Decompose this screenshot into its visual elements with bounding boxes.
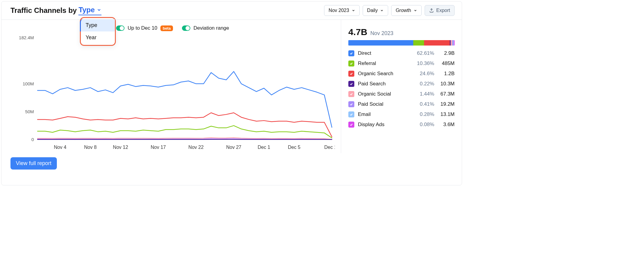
summary-column: 4.7B Nov 2023 Direct 62.61% 2.9B Referra… [341, 20, 455, 153]
legend-checkbox-icon [348, 91, 354, 97]
type-dropdown-menu: Type Year [80, 17, 116, 46]
panel-footer: View full report [1, 153, 462, 176]
svg-text:Nov 17: Nov 17 [151, 144, 166, 150]
total-line: 4.7B Nov 2023 [348, 27, 455, 37]
header-controls: Nov 2023 Daily Growth Export [324, 5, 455, 16]
total-period: Nov 2023 [370, 30, 393, 37]
dropdown-option-type[interactable]: Type [80, 19, 115, 31]
legend-item[interactable]: Paid Search 0.22% 10.3M [348, 81, 455, 87]
date-select[interactable]: Nov 2023 [324, 5, 360, 16]
granularity-select[interactable]: Daily [363, 5, 388, 16]
svg-text:100M: 100M [23, 81, 34, 86]
traffic-channels-panel: Traffic Channels by Type Nov 2023 Daily … [1, 1, 462, 185]
legend-percent: 0.08% [413, 122, 434, 128]
legend-percent: 24.6% [413, 71, 434, 77]
legend-item[interactable]: Email 0.28% 13.1M [348, 111, 455, 117]
legend-percent: 0.22% [413, 81, 434, 87]
legend-checkbox-icon [348, 101, 354, 107]
legend-value: 2.9B [437, 50, 455, 56]
chevron-down-icon [380, 9, 384, 12]
legend-item[interactable]: Referral 10.36% 485M [348, 61, 455, 66]
legend-name: Email [358, 111, 413, 117]
legend-name: Paid Social [358, 101, 413, 107]
legend-item[interactable]: Direct 62.61% 2.9B [348, 50, 455, 56]
deviation-range-toggle[interactable]: Deviation range [182, 25, 229, 31]
legend-checkbox-icon [348, 81, 354, 87]
svg-text:Nov 8: Nov 8 [84, 144, 97, 150]
stackbar-segment [424, 40, 449, 46]
svg-text:Nov 12: Nov 12 [113, 144, 128, 150]
legend-item[interactable]: Paid Social 0.41% 19.2M [348, 101, 455, 107]
legend-name: Direct [358, 50, 413, 56]
legend-percent: 1.44% [413, 91, 434, 97]
legend-checkbox-icon [348, 111, 354, 117]
legend-percent: 62.61% [413, 50, 434, 56]
legend-checkbox-icon [348, 71, 354, 77]
legend-item[interactable]: Organic Search 24.6% 1.2B [348, 71, 455, 77]
chevron-down-icon [352, 9, 355, 12]
legend-checkbox-icon [348, 122, 354, 128]
legend-name: Display Ads [358, 122, 413, 128]
panel-title: Traffic Channels by Type [10, 6, 101, 15]
stackbar-segment [454, 40, 455, 46]
chart-column: Up to Dec 10 beta Deviation range 050M10… [10, 20, 335, 153]
legend-value: 19.2M [437, 101, 455, 107]
legend-percent: 0.41% [413, 101, 434, 107]
legend-value: 485M [437, 61, 455, 66]
dropdown-option-year[interactable]: Year [81, 31, 115, 44]
panel-body: Up to Dec 10 beta Deviation range 050M10… [1, 20, 462, 153]
svg-text:Dec 1: Dec 1 [258, 144, 270, 150]
svg-text:Nov 22: Nov 22 [189, 144, 204, 150]
title-type-dropdown[interactable]: Type [78, 6, 101, 15]
svg-text:50M: 50M [25, 109, 34, 114]
legend-value: 1.2B [437, 71, 455, 77]
legend-name: Referral [358, 61, 413, 66]
export-button[interactable]: Export [425, 5, 455, 16]
toggle-switch-icon [116, 25, 124, 31]
metric-select[interactable]: Growth [391, 5, 422, 16]
line-chart: 050M100M182.4MNov 4Nov 8Nov 12Nov 17Nov … [10, 35, 335, 153]
svg-text:Nov 4: Nov 4 [54, 144, 66, 150]
chart-toggles: Up to Dec 10 beta Deviation range [10, 25, 335, 31]
stackbar-segment [413, 40, 424, 46]
legend-value: 3.6M [437, 122, 455, 128]
title-link-text: Type [78, 6, 95, 14]
stackbar-segment [348, 40, 413, 46]
legend-checkbox-icon [348, 50, 354, 56]
legend-item[interactable]: Organic Social 1.44% 67.3M [348, 91, 455, 97]
legend-checkbox-icon [348, 61, 354, 66]
panel-header: Traffic Channels by Type Nov 2023 Daily … [1, 1, 462, 20]
svg-text:0: 0 [31, 137, 34, 142]
legend-name: Paid Search [358, 81, 413, 87]
toggle-switch-icon [182, 25, 190, 31]
svg-text:Nov 27: Nov 27 [226, 144, 242, 150]
legend-value: 13.1M [437, 111, 455, 117]
legend-value: 10.3M [437, 81, 455, 87]
legend-percent: 0.28% [413, 111, 434, 117]
chevron-down-icon [97, 7, 101, 12]
beta-badge: beta [160, 25, 173, 31]
svg-text:182.4M: 182.4M [19, 35, 34, 40]
title-prefix: Traffic Channels by [10, 6, 77, 15]
legend-value: 67.3M [437, 91, 455, 97]
legend-name: Organic Social [358, 91, 413, 97]
legend-list: Direct 62.61% 2.9B Referral 10.36% 485M … [348, 50, 455, 128]
export-icon [429, 8, 434, 13]
total-value: 4.7B [348, 27, 367, 37]
share-stacked-bar [348, 40, 455, 46]
view-full-report-button[interactable]: View full report [10, 157, 57, 170]
up-to-date-toggle[interactable]: Up to Dec 10 beta [116, 25, 173, 31]
chevron-down-icon [414, 9, 417, 12]
legend-percent: 10.36% [413, 61, 434, 66]
legend-name: Organic Search [358, 71, 413, 77]
svg-text:Dec 10: Dec 10 [324, 144, 335, 150]
legend-item[interactable]: Display Ads 0.08% 3.6M [348, 122, 455, 128]
svg-text:Dec 5: Dec 5 [288, 144, 300, 150]
